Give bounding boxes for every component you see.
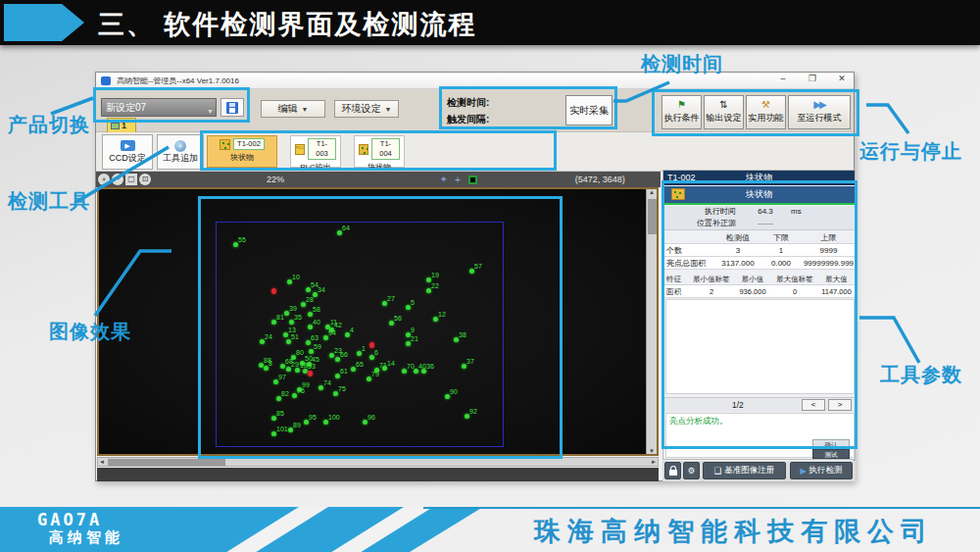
callout-tool-params: 工具参数: [880, 362, 962, 388]
preset-select[interactable]: 新设定07 ▼: [101, 98, 217, 117]
callout-product-switch: 产品切换: [8, 112, 90, 138]
detection-dot: 79: [367, 375, 371, 379]
tool-add-button[interactable]: ＋工具追加: [157, 134, 204, 170]
tool-tab-T1-003[interactable]: PLCT1-003PLC输出: [290, 135, 341, 168]
detection-dot: 21: [406, 339, 411, 344]
camera-icon: [111, 123, 120, 129]
run-detection-button[interactable]: ▶执行检测: [790, 462, 853, 479]
zoom-in-icon[interactable]: ＋: [98, 174, 110, 185]
chevron-down-icon: ▼: [302, 106, 309, 113]
detection-dot: 81: [271, 318, 276, 323]
detection-dot: 57: [469, 267, 474, 272]
maximize-icon[interactable]: ❐: [805, 74, 820, 83]
fit-view-icon[interactable]: ▢: [125, 174, 137, 185]
prev-page-button[interactable]: <: [802, 399, 825, 411]
detection-dot: 19: [426, 276, 431, 280]
detection-dot: 101: [271, 429, 276, 434]
detection-dot: 4: [345, 330, 350, 335]
image-tab-1[interactable]: 1: [107, 118, 136, 132]
tool-tab-T1-002[interactable]: T1-002块状物: [207, 135, 277, 168]
settings-button[interactable]: ⚙: [683, 462, 700, 479]
next-page-button[interactable]: >: [828, 399, 852, 411]
tool-tab-strip: T1-002块状物PLCT1-003PLC输出T1-004块状物: [207, 135, 405, 168]
move-icon[interactable]: ＋: [453, 173, 463, 186]
detection-dot: 70: [402, 367, 407, 372]
tool-tab-T1-004[interactable]: T1-004块状物: [354, 135, 405, 168]
detection-dot: 51: [286, 337, 291, 342]
callout-detect-time: 检测时间: [641, 51, 723, 77]
output-settings-button[interactable]: ⇅输出设定: [704, 95, 744, 129]
detection-dot: 13: [283, 330, 288, 335]
window-titlebar: 高纳智能--管理员--x64 Ver1.7.0016 – ❐ ✕: [96, 73, 854, 89]
feature-table: 特征最小值标签最小值最大值标签最大值面积2936.00001147.000: [663, 273, 855, 298]
chevron-icon: [4, 4, 84, 41]
detection-dot: 59: [309, 347, 314, 352]
image-canvas[interactable]: 5564571922105434282753958813556124011421…: [99, 189, 646, 454]
app-icon: [101, 76, 111, 85]
detection-dot: 22: [426, 286, 431, 291]
lock-icon: [669, 470, 677, 476]
callout-run-stop: 运行与停止: [859, 138, 962, 165]
register-reference-button[interactable]: ❑基准图像注册: [703, 462, 786, 479]
menu-edit[interactable]: 编辑▼: [261, 100, 325, 118]
run-mode-button[interactable]: ▶▶至运行模式: [788, 95, 851, 129]
detection-dot: 94: [323, 333, 328, 338]
panel-tool-subtitle: 块状物: [663, 186, 855, 203]
detection-dot: 34: [313, 290, 318, 295]
window-title: 高纳智能--管理员--x64 Ver1.7.0016: [117, 75, 239, 86]
detection-dot: 74: [318, 383, 323, 388]
exec-time-value: 64.3: [740, 206, 791, 218]
detection-dot: 64: [337, 228, 342, 233]
detect-time-label: 检测时间:: [447, 94, 489, 111]
save-button[interactable]: [220, 98, 244, 117]
zoom-region-icon[interactable]: ⊡: [139, 174, 151, 185]
exec-info: 执行时间64.3ms 位置补正源------: [663, 206, 855, 230]
minimize-icon[interactable]: –: [775, 74, 791, 83]
test-button[interactable]: 测试: [812, 449, 850, 459]
detection-dot: 96: [363, 418, 368, 423]
detection-dot: [369, 340, 374, 345]
menu-environment[interactable]: 环境设定▼: [334, 100, 399, 118]
lock-button[interactable]: [664, 462, 681, 479]
roi-icon[interactable]: [468, 176, 477, 184]
confirm-button[interactable]: 确认: [812, 439, 850, 449]
blob-icon: [220, 139, 230, 150]
tool-parameter-panel: T1-002 块状物 块状物 执行时间64.3ms 位置补正源------ 检测…: [662, 170, 856, 460]
live-capture-button[interactable]: 实时采集: [565, 95, 612, 125]
exec-condition-button[interactable]: ⚑执行条件: [662, 95, 702, 129]
gear-icon: ⚙: [688, 466, 696, 476]
table-row: 亮点总面积3137.0000.00099999999.999: [663, 257, 855, 270]
vertical-scrollbar[interactable]: ▲▼: [646, 189, 657, 454]
table-header-row: 检测值下限上限: [663, 231, 855, 244]
crosshair-icon[interactable]: ⌖: [441, 174, 447, 185]
detection-dot: [271, 286, 276, 291]
close-icon[interactable]: ✕: [834, 74, 850, 83]
table-row: 个数319999: [663, 244, 855, 257]
detection-dot: 90: [445, 392, 450, 397]
bottom-banner: GAO7A 高纳智能 珠海高纳智能科技有限公司: [0, 507, 980, 552]
detection-dot: 54: [306, 285, 311, 290]
play-icon: ▶: [800, 467, 806, 476]
detection-dot: 12: [433, 315, 438, 320]
page-title: 三、 软件检测界面及检测流程: [98, 7, 477, 42]
detection-dot: 29: [286, 365, 291, 370]
app-window: 高纳智能--管理员--x64 Ver1.7.0016 – ❐ ✕ 新设定07 ▼…: [95, 72, 855, 481]
zoom-out-icon[interactable]: −: [112, 174, 123, 185]
utility-button[interactable]: ⚒实用功能: [746, 95, 786, 129]
main-toolbar: 新设定07 ▼ 编辑▼ 环境设定▼ 检测时间:144.0 ms 触发间隔:53.…: [96, 89, 854, 132]
bottom-action-bar: ⚙ ❑基准图像注册 ▶执行检测: [662, 461, 856, 481]
image-resolution: (5472, 3648): [575, 175, 625, 184]
detection-dot: 40: [308, 323, 313, 327]
preset-value: 新设定07: [106, 102, 146, 113]
detection-dot: 63: [306, 338, 311, 343]
horizontal-scrollbar[interactable]: ◄►: [97, 457, 659, 467]
tool-row: ▶CCD设定 ＋工具追加 T1-002块状物PLCT1-003PLC输出T1-0…: [96, 132, 854, 172]
panel-tool-name: 块状物: [663, 171, 855, 185]
detection-dot: 23: [329, 351, 334, 356]
detection-dot: 61: [335, 372, 340, 376]
page-indicator: 1/2: [732, 400, 744, 410]
detection-dot: 18: [295, 366, 300, 371]
chevron-down-icon: ▼: [207, 103, 214, 120]
detection-dot: 37: [462, 362, 466, 367]
ccd-settings-button[interactable]: ▶CCD设定: [102, 134, 153, 170]
